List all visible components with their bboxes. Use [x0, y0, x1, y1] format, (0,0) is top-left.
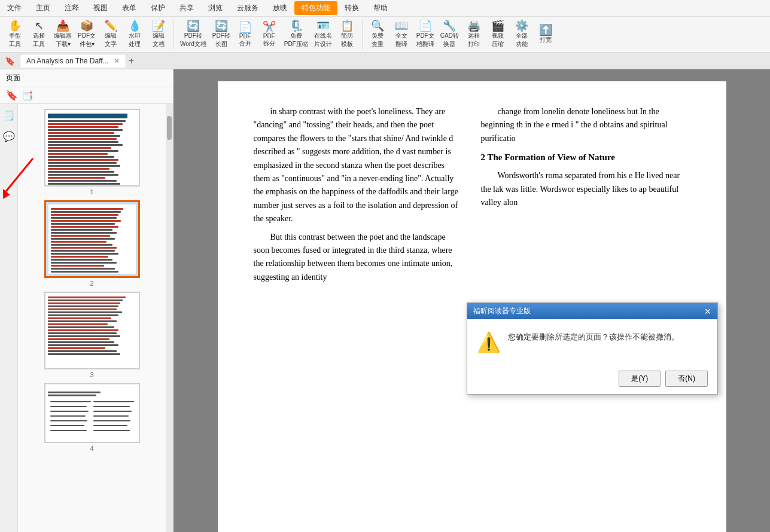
dialog-close-button[interactable]: ✕ — [704, 307, 711, 316]
download-icon: 📥 — [56, 20, 69, 31]
tool-edit-doc[interactable]: 📝 编辑文档 — [147, 19, 170, 50]
tool-resume[interactable]: 📋 简历模板 — [336, 19, 358, 50]
tool-editor-download[interactable]: 📥 编辑器下载▾ — [51, 19, 74, 50]
sidebar-comment-icon[interactable]: 💬 — [1, 129, 17, 145]
thumbnail-page-3[interactable]: 3 — [23, 292, 161, 378]
pdf-translate-icon: 📄 — [419, 20, 432, 31]
menu-special[interactable]: 特色功能 — [294, 1, 337, 15]
tool-card-design[interactable]: 🪪 在线名片设计 — [312, 19, 334, 50]
tab-bar: 🔖 An Analysis on The Daff... ✕ + — [0, 53, 770, 69]
pdf-image-icon: 🔄 — [215, 20, 228, 31]
tool-pdf-to-word[interactable]: 🔄 PDF转Word文档 — [178, 19, 209, 50]
thumb-frame-3[interactable] — [44, 292, 140, 369]
menu-convert[interactable]: 转换 — [337, 1, 366, 15]
pdf-section-heading: 2 The Formation of View of Nature — [481, 150, 690, 164]
print-icon: 🖨️ — [467, 20, 480, 31]
tool-pdf-split[interactable]: ✂️ PDF拆分 — [258, 20, 281, 49]
select-icon: ↖ — [35, 20, 44, 31]
panel-icon-2[interactable]: 📑 — [22, 90, 34, 101]
pdf-text-right-1: change from lonelin denote loneliness bu… — [481, 105, 690, 145]
all-features-icon: ⚙️ — [515, 20, 528, 31]
tool-cad[interactable]: 🔧 CAD转换器 — [438, 19, 461, 50]
video-icon: 🎬 — [491, 20, 504, 31]
menu-cloud[interactable]: 云服务 — [230, 1, 266, 15]
tool-select[interactable]: ↖ 选择工具 — [28, 19, 50, 50]
split-icon: ✂️ — [263, 22, 276, 32]
menu-help[interactable]: 帮助 — [366, 1, 395, 15]
tool-watermark[interactable]: 💧 水印处理 — [123, 19, 146, 50]
menu-browse[interactable]: 浏览 — [201, 1, 230, 15]
sidebar-pages-icon[interactable]: 🗒️ — [1, 108, 17, 124]
hand-icon: ✋ — [8, 20, 22, 31]
pdf-text-left-2: But this contrast between the poet and t… — [254, 231, 463, 285]
menu-form[interactable]: 表单 — [115, 1, 144, 15]
warning-icon: ⚠️ — [477, 331, 501, 354]
content-area: in sharp contrast with the poet's loneli… — [174, 69, 770, 532]
dialog-yes-button[interactable]: 是(Y) — [619, 371, 661, 387]
bookmark-icon[interactable]: 🔖 — [5, 56, 15, 66]
menu-share[interactable]: 共享 — [172, 1, 201, 15]
dialog-no-button[interactable]: 否(N) — [665, 371, 708, 387]
tool-hand[interactable]: ✋ 手型工具 — [4, 19, 26, 50]
tool-expand[interactable]: ⬆️ 打宽 — [534, 23, 557, 45]
sidebar-icons: 🗒️ 💬 — [0, 104, 18, 532]
thumb-label-1: 1 — [90, 188, 93, 195]
left-panel: 页面 🔖 📑 🗒️ 💬 — [0, 69, 174, 532]
panel-content: 🗒️ 💬 — [0, 104, 173, 532]
tool-pdf-translate[interactable]: 📄 PDF文档翻译 — [414, 19, 437, 50]
thumb-frame-4[interactable] — [44, 383, 140, 443]
red-arrow-indicator — [3, 155, 39, 203]
tool-pdf-to-image[interactable]: 🔄 PDF转长图 — [210, 19, 233, 50]
panel-toolbar: 🔖 📑 — [0, 87, 173, 104]
tool-video-compress[interactable]: 🎬 视频压缩 — [486, 19, 509, 50]
tab-close-button[interactable]: ✕ — [114, 57, 120, 65]
thumb-label-2: 2 — [90, 280, 93, 287]
svg-line-1 — [6, 158, 33, 191]
tool-translate[interactable]: 📖 全文翻译 — [390, 19, 413, 50]
tool-group-2: 🔄 PDF转Word文档 🔄 PDF转长图 📄 PDF合并 ✂️ PDF拆分 🗜… — [178, 19, 363, 50]
thumb-frame-1[interactable] — [44, 109, 140, 186]
menu-home[interactable]: 主页 — [29, 1, 57, 15]
dialog-body: ⚠️ 您确定要删除所选定的页面？该操作不能被撤消。 — [467, 319, 717, 366]
thumbnail-page-2[interactable]: 2 — [23, 200, 161, 287]
panel-title: 页面 — [6, 73, 20, 83]
tool-compress[interactable]: 🗜️ 免费PDF压缩 — [282, 19, 311, 50]
watermark-icon: 💧 — [128, 20, 141, 31]
card-icon: 🪪 — [316, 20, 330, 31]
tool-remote-print[interactable]: 🖨️ 远程打印 — [462, 19, 485, 50]
tab-document[interactable]: An Analysis on The Daff... ✕ — [20, 54, 126, 68]
dialog-title-bar: 福昕阅读器专业版 ✕ — [467, 303, 717, 319]
panel-icon-1[interactable]: 🔖 — [6, 90, 18, 101]
package-icon: 📦 — [80, 20, 93, 31]
menu-file[interactable]: 文件 — [0, 1, 29, 15]
thumb-label-3: 3 — [90, 371, 93, 378]
tab-label: An Analysis on The Daff... — [26, 57, 109, 65]
thumbnail-page-4[interactable]: 4 — [23, 383, 161, 452]
tool-pdf-package[interactable]: 📦 PDF文件包▾ — [75, 19, 98, 50]
menu-view[interactable]: 视图 — [86, 1, 115, 15]
pdf-left-column: in sharp contrast with the poet's loneli… — [254, 105, 463, 532]
tool-group-1: ✋ 手型工具 ↖ 选择工具 📥 编辑器下载▾ 📦 PDF文件包▾ ✏️ 编辑文字… — [4, 19, 174, 50]
menu-protect[interactable]: 保护 — [144, 1, 172, 15]
tool-check-duplicate[interactable]: 🔍 免费查重 — [366, 19, 389, 50]
panel-header: 页面 — [0, 69, 173, 87]
tool-pdf-merge[interactable]: 📄 PDF合并 — [234, 20, 257, 49]
menu-annotate[interactable]: 注释 — [57, 1, 86, 15]
edit-text-icon: ✏️ — [104, 20, 117, 31]
thumb-frame-2[interactable] — [44, 200, 140, 278]
toolbar: ✋ 手型工具 ↖ 选择工具 📥 编辑器下载▾ 📦 PDF文件包▾ ✏️ 编辑文字… — [0, 17, 770, 53]
tool-all-features[interactable]: ⚙️ 全部功能 — [510, 19, 533, 50]
pdf-word-icon: 🔄 — [187, 20, 200, 31]
merge-icon: 📄 — [239, 22, 252, 32]
pdf-text-right-2: Wordsworth's roma separated from his e H… — [481, 169, 690, 209]
expand-icon: ⬆️ — [539, 25, 552, 35]
scrollbar-vertical[interactable] — [166, 104, 173, 532]
pdf-text-left-1: in sharp contrast with the poet's loneli… — [254, 105, 463, 226]
cad-icon: 🔧 — [443, 20, 456, 31]
thumbnail-page-1[interactable]: 1 — [23, 109, 161, 195]
tool-edit-text[interactable]: ✏️ 编辑文字 — [99, 19, 122, 50]
menu-slideshow[interactable]: 放映 — [266, 1, 294, 15]
scrollbar-thumb[interactable] — [167, 116, 172, 140]
resume-icon: 📋 — [340, 20, 354, 31]
tab-add-button[interactable]: + — [129, 56, 134, 66]
